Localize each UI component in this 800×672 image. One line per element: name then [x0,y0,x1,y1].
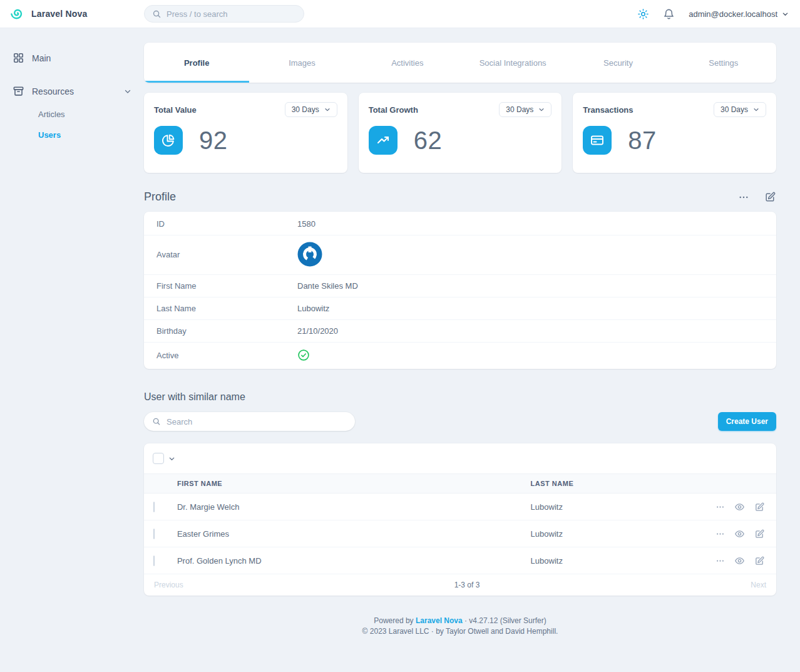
grid-icon [13,52,24,64]
cell-last-name: Lubowitz [531,547,715,574]
row-more-actions-button[interactable] [715,556,725,566]
chevron-down-icon [124,88,131,95]
tab-social-integrations[interactable]: Social Integrations [460,43,565,83]
edit-icon [754,502,765,512]
row-edit-button[interactable] [754,556,765,566]
archive-box-icon [13,85,24,97]
sidebar-resources-label: Resources [32,86,116,96]
edit-icon [764,191,776,203]
tab-activities[interactable]: Activities [355,43,460,83]
range-value: 30 Days [506,105,533,114]
metric-title: Total Growth [369,105,418,115]
create-user-button[interactable]: Create User [718,412,776,431]
tab-security[interactable]: Security [565,43,670,83]
row-checkbox[interactable] [153,556,155,566]
field-label: Last Name [144,304,297,313]
avatar[interactable] [297,242,322,267]
page-footer: Powered by Laravel Nova · v4.27.12 (Silv… [144,616,776,637]
topbar: Laravel Nova [0,0,800,28]
range-select[interactable]: 30 Days [285,102,337,117]
related-toolbar: Create User [144,412,776,431]
column-header-first-name[interactable]: FIRST NAME [177,474,531,494]
ellipsis-icon [715,556,725,566]
metric-title: Transactions [583,105,633,115]
check-circle-icon [297,349,310,361]
row-checkbox[interactable] [153,502,155,512]
field-label: Active [144,351,297,360]
table-toolbar [144,443,776,473]
row-more-actions-button[interactable] [715,502,725,512]
related-search[interactable] [144,412,355,431]
profile-detail-panel: ID 1580 Avatar First Name Dante Skiles M… [144,212,776,369]
profile-section-header: Profile [144,190,776,204]
metric-value: 92 [199,127,228,155]
select-all-checkbox[interactable] [153,453,164,464]
users-table: FIRST NAME LAST NAME Dr. Margie Welch Lu… [144,473,776,574]
ellipsis-icon [715,529,725,539]
detail-row-active: Active [144,343,776,368]
chevron-down-icon[interactable] [168,455,175,462]
sidebar-item-users[interactable]: Users [38,130,131,140]
row-more-actions-button[interactable] [715,529,725,539]
sidebar-item-articles[interactable]: Articles [38,110,131,119]
row-edit-button[interactable] [754,502,765,512]
row-edit-button[interactable] [754,529,765,539]
detail-row-birthday: Birthday 21/10/2020 [144,320,776,343]
related-search-input[interactable] [167,417,336,426]
field-label: Birthday [144,326,297,336]
bell-icon [663,8,675,20]
pagination-previous-button[interactable]: Previous [154,581,183,589]
detail-row-first-name: First Name Dante Skiles MD [144,275,776,297]
metric-card-total-value: Total Value 30 Days [144,93,347,173]
pagination-info: 1-3 of 3 [183,581,751,589]
eye-icon [734,556,745,566]
column-header-last-name[interactable]: LAST NAME [531,474,715,494]
notifications-button[interactable] [663,8,675,20]
sidebar-main-label: Main [32,53,51,63]
field-value: Lubowitz [297,304,329,313]
tab-images[interactable]: Images [249,43,354,83]
row-view-button[interactable] [734,502,745,512]
search-icon [152,417,161,426]
table-row[interactable]: Easter Grimes Lubowitz [144,520,776,547]
range-select[interactable]: 30 Days [714,102,766,117]
profile-section-title: Profile [144,190,176,204]
user-menu[interactable]: admin@docker.localhost [689,9,789,19]
field-label: First Name [144,281,297,291]
metric-card-total-growth: Total Growth 30 Days [359,93,562,173]
row-checkbox[interactable] [153,529,155,539]
cell-first-name: Prof. Golden Lynch MD [177,547,531,574]
table-row[interactable]: Dr. Margie Welch Lubowitz [144,494,776,520]
range-select[interactable]: 30 Days [499,102,551,117]
row-view-button[interactable] [734,529,745,539]
theme-toggle-button[interactable] [637,8,649,20]
edit-resource-button[interactable] [764,191,776,203]
sidebar-item-main[interactable]: Main [13,52,131,64]
field-label: Avatar [144,250,297,259]
tab-settings[interactable]: Settings [671,43,776,83]
row-view-button[interactable] [734,556,745,566]
metric-title: Total Value [154,105,197,115]
edit-icon [754,556,765,566]
search-icon [152,9,162,19]
tab-profile[interactable]: Profile [144,43,249,83]
more-actions-button[interactable] [738,192,749,203]
cell-first-name: Dr. Margie Welch [177,494,531,520]
pagination-next-button[interactable]: Next [751,581,766,589]
range-value: 30 Days [721,105,748,114]
table-row[interactable]: Prof. Golden Lynch MD Lubowitz [144,547,776,574]
main-content: Profile Images Activities Social Integra… [144,28,800,672]
brand[interactable]: Laravel Nova [10,6,144,21]
ellipsis-icon [715,502,725,512]
brand-name: Laravel Nova [31,9,88,19]
search-input[interactable] [167,9,285,19]
sidebar-group-resources[interactable]: Resources [13,85,131,97]
chevron-down-icon [753,106,759,113]
field-value: 1580 [297,219,315,229]
field-value: Dante Skiles MD [297,281,358,291]
global-search[interactable] [144,5,304,23]
footer-brand-link[interactable]: Laravel Nova [416,616,463,625]
metric-value: 87 [628,127,657,155]
cell-last-name: Lubowitz [531,494,715,520]
metric-value: 62 [414,127,443,155]
